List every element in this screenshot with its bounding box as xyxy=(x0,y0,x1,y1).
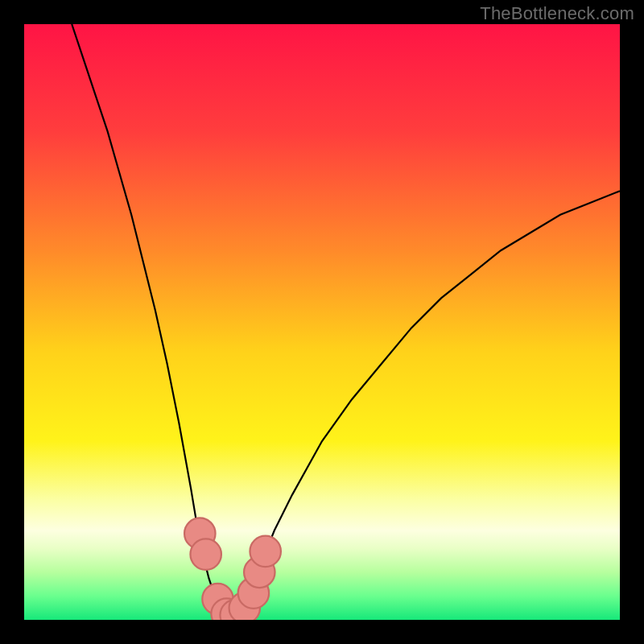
chart-background xyxy=(24,24,620,620)
watermark-text: TheBottleneck.com xyxy=(480,3,634,24)
highlight-marker xyxy=(250,536,280,567)
highlight-marker xyxy=(190,539,221,569)
bottleneck-chart xyxy=(24,24,620,620)
outer-frame: TheBottleneck.com xyxy=(0,0,644,644)
